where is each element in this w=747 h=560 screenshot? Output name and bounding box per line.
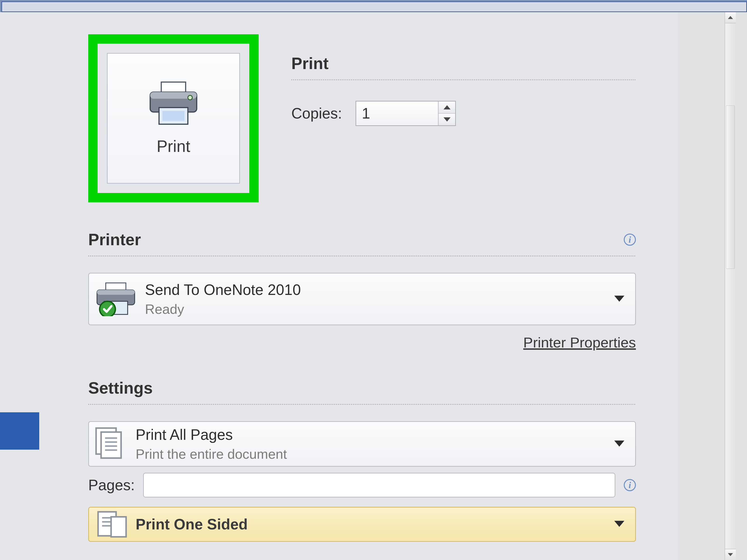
divider	[291, 79, 636, 80]
print-button-label: Print	[157, 137, 190, 156]
backstage-sidebar	[0, 12, 39, 560]
info-icon[interactable]: i	[624, 479, 636, 491]
svg-rect-21	[111, 517, 126, 537]
copies-label: Copies:	[291, 105, 342, 122]
printer-ready-icon	[94, 281, 138, 317]
svg-rect-5	[162, 111, 185, 121]
print-range-subtitle: Print the entire document	[136, 446, 287, 462]
svg-point-10	[100, 301, 115, 316]
pages-input[interactable]	[143, 473, 615, 498]
info-icon[interactable]: i	[624, 234, 636, 246]
pages-label: Pages:	[88, 477, 135, 494]
settings-section-title: Settings	[88, 379, 153, 397]
scroll-down-button[interactable]	[725, 549, 736, 560]
divider	[88, 404, 636, 405]
print-panel: Print Print Copies: 1 Printer i	[39, 12, 678, 560]
copies-decrease[interactable]	[439, 114, 455, 125]
copies-spinner[interactable]: 1	[356, 101, 456, 126]
vertical-scrollbar[interactable]	[725, 12, 736, 560]
copies-value[interactable]: 1	[356, 102, 438, 125]
print-sided-title: Print One Sided	[136, 516, 248, 533]
window-titlebar-fragment	[0, 0, 747, 12]
print-range-title: Print All Pages	[136, 426, 287, 443]
document-stack-icon	[94, 426, 129, 462]
copies-increase[interactable]	[439, 102, 455, 114]
scroll-thumb[interactable]	[726, 105, 735, 269]
printer-properties-link[interactable]: Printer Properties	[523, 335, 636, 350]
chevron-down-icon	[614, 441, 624, 448]
print-range-select[interactable]: Print All Pages Print the entire documen…	[88, 421, 636, 466]
print-sided-select[interactable]: Print One Sided	[88, 507, 636, 542]
printer-name: Send To OneNote 2010	[145, 281, 301, 298]
scroll-up-button[interactable]	[725, 12, 736, 23]
printer-section-title: Printer	[88, 230, 141, 249]
divider	[88, 256, 636, 257]
backstage-sidebar-active-tab[interactable]	[0, 412, 39, 450]
print-button[interactable]: Print	[107, 53, 240, 184]
chevron-down-icon	[614, 296, 624, 303]
page-icon	[94, 509, 129, 540]
printer-select[interactable]: Send To OneNote 2010 Ready	[88, 273, 636, 325]
svg-rect-12	[101, 432, 121, 458]
tutorial-highlight: Print	[88, 34, 259, 202]
print-heading: Print	[291, 54, 636, 73]
right-gutter	[678, 12, 747, 560]
printer-status: Ready	[145, 301, 301, 317]
svg-rect-8	[97, 290, 135, 295]
svg-point-3	[188, 96, 192, 100]
chevron-down-icon	[614, 521, 624, 528]
printer-icon	[146, 81, 202, 126]
